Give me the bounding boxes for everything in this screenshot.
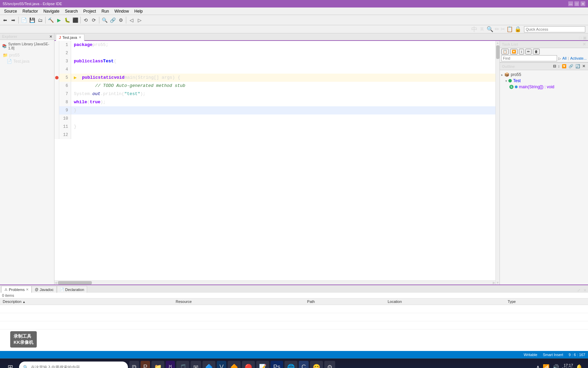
editor-h-scrollbar[interactable]: ◀ ▶	[54, 280, 495, 285]
sidebar-item-system-library[interactable]: 📚 System Library [JavaSE-1.8]	[1, 41, 53, 51]
outline-item-test[interactable]: ▾ Test	[501, 78, 587, 84]
v-scrollbar-thumb[interactable]	[496, 45, 500, 59]
filter-all[interactable]: All	[562, 56, 567, 60]
taskbar-app3[interactable]: 🔴	[242, 361, 255, 368]
tray-network[interactable]: 📶	[543, 364, 550, 368]
taskbar-music[interactable]: 🎵	[176, 361, 189, 368]
sidebar-item-testjava[interactable]: 📄 Test.java	[1, 58, 53, 64]
outline-filter-btn[interactable]: 🔽	[561, 64, 567, 69]
menu-refactor[interactable]: Refactor	[20, 8, 40, 14]
taskbar-photoshop[interactable]: Ps	[271, 361, 283, 368]
menu-run[interactable]: Run	[99, 8, 112, 14]
task-list-close-btn[interactable]: ✕	[583, 42, 586, 47]
problems-tab-close[interactable]: ✕	[26, 288, 29, 291]
toolbar-search[interactable]: 🔍	[101, 16, 108, 24]
col-type[interactable]: Type	[505, 298, 588, 305]
task-list-expand-btn[interactable]: ▷	[558, 57, 561, 60]
outline-item-pro55[interactable]: ▸ 📦 pro55	[501, 72, 587, 78]
toolbar-build[interactable]: 🔨	[47, 16, 54, 24]
tray-volume[interactable]: 🔊	[552, 364, 559, 368]
toolbar-icon-4[interactable]: 📋	[506, 26, 513, 32]
outline-link-btn[interactable]: 🔗	[568, 64, 574, 69]
taskbar-edge[interactable]: 🌐	[284, 361, 297, 368]
menu-source[interactable]: Source	[1, 8, 20, 14]
taskbar-eclipse[interactable]: ☿	[166, 361, 175, 368]
taskbar-task-view[interactable]: ⧉	[129, 361, 139, 368]
toolbar-btn-2[interactable]: ➡	[10, 16, 17, 24]
h-scrollbar-thumb[interactable]	[58, 281, 92, 285]
tray-up-arrow[interactable]: ∧	[536, 364, 540, 368]
task-list-new-btn[interactable]: 📋	[501, 49, 509, 55]
bottom-panel-maximize-btn[interactable]: ⤢	[576, 288, 582, 293]
taskbar-chrome[interactable]: C	[299, 361, 309, 368]
maximize-editor-btn[interactable]: □	[579, 35, 582, 40]
ime-icon[interactable]: 中	[471, 25, 477, 33]
taskbar-notepad[interactable]: 📝	[256, 361, 269, 368]
toolbar-settings[interactable]: ⚙	[117, 16, 125, 24]
toolbar-run[interactable]: ▶	[55, 16, 63, 24]
toolbar-save[interactable]: 💾	[28, 16, 36, 24]
outline-sync-btn[interactable]: 🔄	[575, 64, 581, 69]
tab-test-java[interactable]: J Test.java ✕	[56, 34, 84, 41]
taskbar-vscode[interactable]: V	[217, 361, 226, 368]
minimize-button[interactable]: —	[568, 1, 573, 6]
toolbar-fwd[interactable]: ▷	[136, 16, 143, 24]
taskbar-settings-app[interactable]: ⚙	[324, 361, 335, 368]
toolbar-redo[interactable]: ⟳	[90, 16, 98, 24]
restore-editor-btn[interactable]: ▣	[583, 35, 587, 40]
toolbar-back[interactable]: ◁	[128, 16, 135, 24]
start-button[interactable]: ⊞	[3, 360, 18, 368]
menu-search[interactable]: Search	[62, 8, 81, 14]
toolbar-icon-3[interactable]: ✂	[501, 26, 505, 32]
toolbar-icon-2[interactable]: ✏	[495, 26, 499, 32]
task-list-edit-btn[interactable]: ✏	[525, 49, 532, 55]
taskbar-powerpoint[interactable]: P	[141, 361, 150, 368]
menu-navigate[interactable]: Navigate	[40, 8, 62, 14]
task-list-find-input[interactable]	[501, 55, 557, 61]
outline-collapse-btn[interactable]: ⊟	[552, 64, 557, 69]
bottom-tab-problems[interactable]: ⚠ Problems ✕	[1, 286, 32, 293]
menu-project[interactable]: Project	[81, 8, 99, 14]
tray-time[interactable]: 17:17 2021/8/	[562, 363, 573, 368]
sidebar-close-btn[interactable]: ✕	[49, 35, 52, 39]
editor-v-scrollbar[interactable]: ▲ ▼	[495, 41, 500, 285]
menu-help[interactable]: Help	[132, 8, 146, 14]
bottom-tab-javadoc[interactable]: @ Javadoc	[32, 286, 56, 293]
scroll-left-btn[interactable]: ◀	[54, 281, 57, 285]
taskbar-search[interactable]: 🔍	[19, 362, 128, 368]
taskbar-email[interactable]: ✉	[191, 361, 201, 368]
close-button[interactable]: ✕	[581, 1, 585, 6]
task-list-delete-btn[interactable]: 🗑	[533, 49, 540, 55]
bottom-panel-close-btn[interactable]: ✕	[582, 288, 588, 293]
sidebar-item-pro55[interactable]: 📁 pro55	[1, 52, 53, 58]
col-path[interactable]: Path	[305, 298, 385, 305]
code-editor[interactable]: 1 package pro55; 2 3	[54, 41, 495, 285]
menu-window[interactable]: Window	[112, 8, 132, 14]
taskbar-app2[interactable]: 🔶	[228, 361, 241, 368]
toolbar-icon-1[interactable]: 🔍	[487, 26, 493, 32]
col-location[interactable]: Location	[385, 298, 505, 305]
scroll-up-btn[interactable]: ▲	[496, 41, 500, 45]
filter-activate[interactable]: Activate...	[570, 56, 587, 60]
tray-notification[interactable]: 🔔	[576, 364, 583, 368]
toolbar-btn-1[interactable]: ⬅	[1, 16, 9, 24]
task-list-filter-btn[interactable]: 🔽	[510, 49, 518, 55]
col-resource[interactable]: Resource	[173, 298, 304, 305]
editor-area[interactable]: 1 package pro55; 2 3	[54, 41, 495, 285]
toolbar-save-all[interactable]: 🗂	[36, 16, 44, 24]
toolbar-new[interactable]: 📄	[20, 16, 28, 24]
outline-close-btn[interactable]: ✕	[582, 64, 586, 69]
taskbar-explorer[interactable]: 📁	[151, 361, 164, 368]
toolbar-icon-5[interactable]: 🔒	[514, 26, 521, 32]
toolbar-ref[interactable]: 🔗	[109, 16, 116, 24]
tab-close-btn[interactable]: ✕	[79, 35, 81, 39]
maximize-button[interactable]: □	[574, 1, 579, 6]
quick-access-input[interactable]	[524, 26, 585, 32]
task-list-sort-btn[interactable]: ↕	[519, 49, 524, 55]
taskbar-app4[interactable]: 😊	[310, 361, 323, 368]
taskbar-search-input[interactable]	[31, 365, 124, 368]
bottom-tab-declaration[interactable]: 📄 Declaration	[57, 286, 87, 293]
outline-item-main[interactable]: S main(String[]) : void	[501, 84, 587, 90]
col-description[interactable]: Description ▲	[0, 298, 173, 305]
toolbar-stop[interactable]: ⬛	[71, 16, 79, 24]
